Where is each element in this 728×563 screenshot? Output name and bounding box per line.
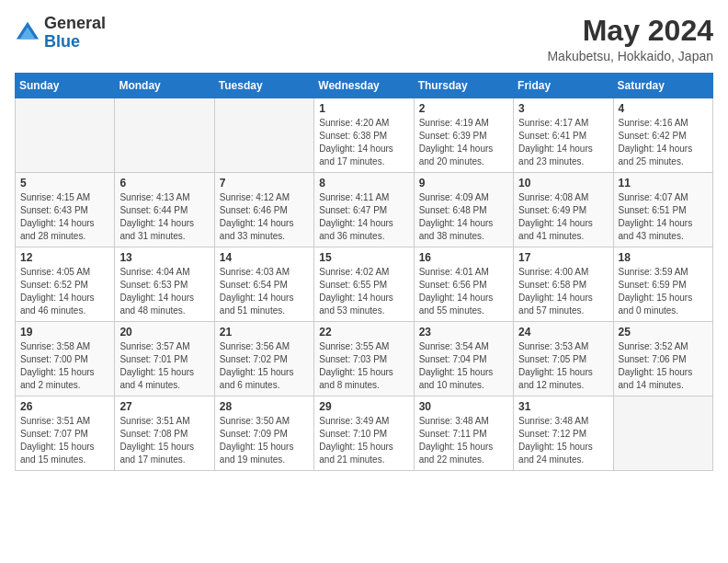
calendar-cell: 9Sunrise: 4:09 AMSunset: 6:48 PMDaylight… <box>414 173 513 247</box>
location-label: Makubetsu, Hokkaido, Japan <box>547 49 713 63</box>
day-number: 30 <box>419 400 508 413</box>
day-info: Sunrise: 3:50 AMSunset: 7:09 PMDaylight:… <box>220 415 309 466</box>
calendar-cell: 5Sunrise: 4:15 AMSunset: 6:43 PMDaylight… <box>16 173 115 247</box>
day-info: Sunrise: 4:13 AMSunset: 6:44 PMDaylight:… <box>119 191 209 243</box>
calendar-cell <box>115 98 214 173</box>
calendar-cell: 7Sunrise: 4:12 AMSunset: 6:46 PMDaylight… <box>214 173 313 247</box>
calendar-cell: 13Sunrise: 4:04 AMSunset: 6:53 PMDayligh… <box>115 247 214 322</box>
day-number: 26 <box>20 400 109 413</box>
day-info: Sunrise: 3:52 AMSunset: 7:06 PMDaylight:… <box>619 340 708 392</box>
weekday-header: Sunday <box>16 74 115 98</box>
day-info: Sunrise: 4:11 AMSunset: 6:47 PMDaylight:… <box>319 191 408 243</box>
day-info: Sunrise: 4:05 AMSunset: 6:52 PMDaylight:… <box>20 266 109 317</box>
day-info: Sunrise: 3:54 AMSunset: 7:04 PMDaylight:… <box>419 340 508 392</box>
calendar-cell: 22Sunrise: 3:55 AMSunset: 7:03 PMDayligh… <box>314 322 414 396</box>
day-number: 3 <box>518 102 608 115</box>
day-info: Sunrise: 3:59 AMSunset: 6:59 PMDaylight:… <box>619 266 708 317</box>
day-number: 20 <box>119 326 209 339</box>
day-info: Sunrise: 3:56 AMSunset: 7:02 PMDaylight:… <box>220 340 309 392</box>
day-number: 6 <box>119 177 209 190</box>
day-info: Sunrise: 3:51 AMSunset: 7:08 PMDaylight:… <box>119 415 209 466</box>
day-number: 22 <box>319 326 408 339</box>
day-info: Sunrise: 4:16 AMSunset: 6:42 PMDaylight:… <box>619 117 708 168</box>
calendar-week-row: 26Sunrise: 3:51 AMSunset: 7:07 PMDayligh… <box>16 396 713 471</box>
calendar-cell: 23Sunrise: 3:54 AMSunset: 7:04 PMDayligh… <box>414 322 513 396</box>
day-number: 5 <box>20 177 109 190</box>
day-info: Sunrise: 4:02 AMSunset: 6:55 PMDaylight:… <box>319 266 408 317</box>
calendar-cell: 26Sunrise: 3:51 AMSunset: 7:07 PMDayligh… <box>16 396 115 471</box>
calendar-cell: 20Sunrise: 3:57 AMSunset: 7:01 PMDayligh… <box>115 322 214 396</box>
day-number: 8 <box>319 177 408 190</box>
page-header: General Blue May 2024 Makubetsu, Hokkaid… <box>15 15 713 63</box>
calendar-cell: 6Sunrise: 4:13 AMSunset: 6:44 PMDaylight… <box>115 173 214 247</box>
day-info: Sunrise: 3:57 AMSunset: 7:01 PMDaylight:… <box>119 340 209 392</box>
day-number: 16 <box>419 251 508 264</box>
calendar-cell: 29Sunrise: 3:49 AMSunset: 7:10 PMDayligh… <box>314 396 414 471</box>
day-number: 1 <box>319 102 408 115</box>
calendar-cell: 17Sunrise: 4:00 AMSunset: 6:58 PMDayligh… <box>514 247 613 322</box>
weekday-header-row: SundayMondayTuesdayWednesdayThursdayFrid… <box>16 74 713 98</box>
day-info: Sunrise: 3:55 AMSunset: 7:03 PMDaylight:… <box>319 340 408 392</box>
day-info: Sunrise: 4:17 AMSunset: 6:41 PMDaylight:… <box>518 117 608 168</box>
calendar-cell: 1Sunrise: 4:20 AMSunset: 6:38 PMDaylight… <box>314 98 414 173</box>
calendar-cell: 24Sunrise: 3:53 AMSunset: 7:05 PMDayligh… <box>514 322 613 396</box>
day-number: 31 <box>518 400 608 413</box>
calendar-cell: 4Sunrise: 4:16 AMSunset: 6:42 PMDaylight… <box>613 98 712 173</box>
day-number: 21 <box>220 326 309 339</box>
calendar-cell: 2Sunrise: 4:19 AMSunset: 6:39 PMDaylight… <box>414 98 513 173</box>
day-number: 25 <box>619 326 708 339</box>
day-number: 27 <box>119 400 209 413</box>
day-number: 11 <box>619 177 708 190</box>
day-info: Sunrise: 3:48 AMSunset: 7:11 PMDaylight:… <box>419 415 508 466</box>
logo-general: General <box>44 15 106 33</box>
calendar-cell: 28Sunrise: 3:50 AMSunset: 7:09 PMDayligh… <box>214 396 313 471</box>
logo-blue: Blue <box>44 33 106 52</box>
day-number: 9 <box>419 177 508 190</box>
weekday-header: Tuesday <box>214 74 313 98</box>
calendar-table: SundayMondayTuesdayWednesdayThursdayFrid… <box>15 73 713 471</box>
calendar-cell <box>613 396 712 471</box>
calendar-cell: 18Sunrise: 3:59 AMSunset: 6:59 PMDayligh… <box>613 247 712 322</box>
day-number: 19 <box>20 326 109 339</box>
day-info: Sunrise: 4:07 AMSunset: 6:51 PMDaylight:… <box>619 191 708 243</box>
day-number: 4 <box>619 102 708 115</box>
day-info: Sunrise: 4:08 AMSunset: 6:49 PMDaylight:… <box>518 191 608 243</box>
day-number: 29 <box>319 400 408 413</box>
day-info: Sunrise: 3:48 AMSunset: 7:12 PMDaylight:… <box>518 415 608 466</box>
calendar-cell: 3Sunrise: 4:17 AMSunset: 6:41 PMDaylight… <box>514 98 613 173</box>
logo-icon <box>15 20 40 46</box>
calendar-cell: 25Sunrise: 3:52 AMSunset: 7:06 PMDayligh… <box>613 322 712 396</box>
day-number: 15 <box>319 251 408 264</box>
calendar-cell: 12Sunrise: 4:05 AMSunset: 6:52 PMDayligh… <box>16 247 115 322</box>
calendar-cell: 21Sunrise: 3:56 AMSunset: 7:02 PMDayligh… <box>214 322 313 396</box>
weekday-header: Monday <box>115 74 214 98</box>
day-number: 28 <box>220 400 309 413</box>
calendar-cell: 10Sunrise: 4:08 AMSunset: 6:49 PMDayligh… <box>514 173 613 247</box>
calendar-week-row: 5Sunrise: 4:15 AMSunset: 6:43 PMDaylight… <box>16 173 713 247</box>
day-number: 10 <box>518 177 608 190</box>
calendar-cell: 14Sunrise: 4:03 AMSunset: 6:54 PMDayligh… <box>214 247 313 322</box>
day-number: 18 <box>619 251 708 264</box>
month-year-title: May 2024 <box>547 15 713 47</box>
calendar-cell <box>214 98 313 173</box>
calendar-cell <box>16 98 115 173</box>
calendar-cell: 8Sunrise: 4:11 AMSunset: 6:47 PMDaylight… <box>314 173 414 247</box>
day-info: Sunrise: 4:00 AMSunset: 6:58 PMDaylight:… <box>518 266 608 317</box>
weekday-header: Saturday <box>613 74 712 98</box>
day-number: 17 <box>518 251 608 264</box>
day-info: Sunrise: 3:49 AMSunset: 7:10 PMDaylight:… <box>319 415 408 466</box>
calendar-cell: 31Sunrise: 3:48 AMSunset: 7:12 PMDayligh… <box>514 396 613 471</box>
calendar-cell: 15Sunrise: 4:02 AMSunset: 6:55 PMDayligh… <box>314 247 414 322</box>
calendar-week-row: 1Sunrise: 4:20 AMSunset: 6:38 PMDaylight… <box>16 98 713 173</box>
day-number: 12 <box>20 251 109 264</box>
calendar-week-row: 19Sunrise: 3:58 AMSunset: 7:00 PMDayligh… <box>16 322 713 396</box>
day-info: Sunrise: 4:20 AMSunset: 6:38 PMDaylight:… <box>319 117 408 168</box>
day-info: Sunrise: 4:12 AMSunset: 6:46 PMDaylight:… <box>220 191 309 243</box>
day-number: 2 <box>419 102 508 115</box>
day-number: 23 <box>419 326 508 339</box>
day-info: Sunrise: 3:53 AMSunset: 7:05 PMDaylight:… <box>518 340 608 392</box>
weekday-header: Friday <box>514 74 613 98</box>
day-number: 7 <box>220 177 309 190</box>
day-number: 14 <box>220 251 309 264</box>
calendar-cell: 30Sunrise: 3:48 AMSunset: 7:11 PMDayligh… <box>414 396 513 471</box>
